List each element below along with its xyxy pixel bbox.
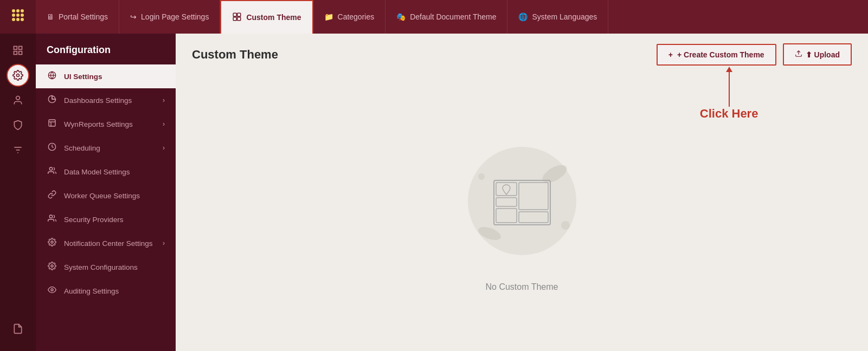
svg-point-37 [561, 221, 570, 230]
sidebar-menu: Configuration UI Settings Dashboards Set… [36, 34, 176, 351]
tab-categories[interactable]: 📁 Categories [313, 0, 386, 34]
empty-state-text: No Custom Theme [486, 282, 558, 292]
svg-rect-14 [19, 47, 22, 50]
svg-point-32 [51, 289, 53, 291]
svg-rect-15 [14, 51, 17, 55]
sidebar-title: Configuration [36, 38, 176, 64]
tab-login-page-settings[interactable]: ↪ Login Page Settings [119, 0, 220, 34]
nav-icon-grid[interactable] [7, 39, 29, 62]
notification-icon [47, 238, 57, 249]
nav-icon-doc[interactable] [7, 317, 29, 340]
folder-icon: 📁 [324, 12, 333, 21]
theme-icon: 🎭 [396, 12, 406, 21]
svg-point-31 [51, 265, 53, 267]
create-custom-theme-button[interactable]: + + Create Custom Theme [657, 44, 776, 66]
svg-rect-10 [237, 13, 241, 16]
tab-default-document-theme[interactable]: 🎭 Default Document Theme [385, 0, 507, 34]
svg-point-4 [16, 14, 20, 17]
main-area: Configuration UI Settings Dashboards Set… [0, 34, 868, 351]
svg-point-3 [12, 14, 15, 17]
login-icon: ↪ [130, 12, 137, 21]
svg-rect-11 [234, 17, 237, 20]
svg-rect-12 [237, 17, 241, 20]
svg-point-8 [21, 18, 24, 21]
menu-item-ui-settings[interactable]: UI Settings [36, 64, 176, 88]
users-icon [47, 214, 57, 225]
menu-item-notification-center-settings[interactable]: Notification Center Settings › [36, 231, 176, 255]
svg-rect-13 [14, 47, 17, 50]
svg-point-5 [21, 14, 24, 17]
globe-icon: 🌐 [518, 12, 528, 21]
svg-point-6 [12, 18, 15, 21]
menu-item-worker-queue-settings[interactable]: Worker Queue Settings [36, 184, 176, 207]
empty-state-svg [446, 131, 598, 271]
content-body: No Custom Theme [176, 71, 868, 351]
chevron-right-icon-wynreports: › [163, 120, 165, 128]
svg-point-29 [49, 215, 52, 218]
palette-icon [232, 12, 242, 23]
menu-item-data-model-settings[interactable]: Data Model Settings [36, 160, 176, 184]
svg-rect-9 [234, 13, 237, 16]
clock-icon [47, 142, 57, 153]
link-icon [47, 190, 57, 201]
svg-point-0 [12, 9, 15, 12]
chevron-right-icon-scheduling: › [163, 144, 165, 152]
tab-portal-settings[interactable]: 🖥 Portal Settings [36, 0, 119, 34]
upload-icon [795, 50, 802, 59]
upload-button[interactable]: ⬆ Upload [783, 43, 852, 66]
menu-item-dashboards-settings[interactable]: Dashboards Settings › [36, 88, 176, 112]
globe-small-icon [47, 71, 57, 82]
menu-item-security-providers[interactable]: Security Providers [36, 207, 176, 231]
data-model-icon [47, 166, 57, 177]
report-icon [47, 119, 57, 129]
tab-custom-theme[interactable]: Custom Theme [220, 0, 313, 34]
svg-point-2 [21, 9, 24, 12]
nav-icon-shield[interactable] [7, 114, 29, 136]
svg-rect-24 [49, 120, 55, 126]
svg-point-30 [51, 241, 53, 243]
svg-point-1 [16, 9, 20, 12]
sidebar-icons [0, 34, 36, 351]
svg-point-34 [468, 147, 576, 255]
system-config-icon [47, 262, 57, 272]
chevron-right-icon-notifications: › [163, 239, 165, 247]
svg-point-17 [17, 74, 20, 77]
svg-point-7 [16, 18, 20, 21]
logo-area [0, 0, 36, 34]
header-buttons: + + Create Custom Theme ⬆ Upload [657, 43, 852, 66]
page-title: Custom Theme [192, 48, 278, 62]
nav-icon-user[interactable] [7, 89, 29, 112]
menu-item-scheduling[interactable]: Scheduling › [36, 136, 176, 160]
svg-point-28 [49, 167, 52, 170]
svg-point-38 [478, 173, 485, 180]
top-nav: 🖥 Portal Settings ↪ Login Page Settings … [0, 0, 868, 34]
content-header: Custom Theme + + Create Custom Theme ⬆ U… [176, 34, 868, 71]
app-logo [9, 6, 27, 27]
menu-item-auditing-settings[interactable]: Auditing Settings [36, 279, 176, 303]
nav-icon-filter[interactable] [7, 139, 29, 161]
content-area: Custom Theme + + Create Custom Theme ⬆ U… [176, 34, 868, 351]
menu-item-wynreports-settings[interactable]: WynReports Settings › [36, 112, 176, 136]
eye-icon [47, 285, 57, 296]
chevron-right-icon-dashboards: › [163, 96, 165, 104]
dashboard-icon [47, 95, 57, 106]
nav-icon-settings[interactable] [7, 64, 29, 87]
empty-state-illustration [446, 131, 598, 271]
tab-system-languages[interactable]: 🌐 System Languages [507, 0, 608, 34]
nav-tabs: 🖥 Portal Settings ↪ Login Page Settings … [36, 0, 868, 34]
svg-point-18 [16, 96, 20, 100]
svg-rect-16 [19, 51, 22, 55]
plus-icon: + [668, 50, 673, 59]
monitor-icon: 🖥 [47, 12, 54, 21]
menu-item-system-configurations[interactable]: System Configurations [36, 255, 176, 279]
